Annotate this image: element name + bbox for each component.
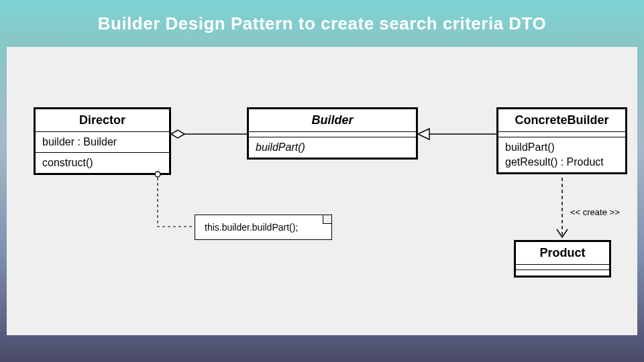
class-concretebuilder: ConcreteBuilder buildPart() getResult() … — [496, 107, 627, 174]
method: getResult() : Product — [505, 155, 619, 170]
empty-section — [249, 132, 416, 137]
dependency-arrow-icon — [557, 229, 568, 237]
class-director: Director builder : Builder construct() — [34, 107, 171, 175]
rel-note-anchor — [158, 178, 195, 227]
page-title: Builder Design Pattern to create search … — [0, 0, 644, 34]
class-builder-methods: buildPart() — [249, 137, 416, 158]
diagram-canvas: Director builder : Builder construct() B… — [7, 47, 637, 335]
class-director-name: Director — [36, 109, 169, 132]
connectors: Product (dashed with open arrow) --> — [7, 47, 637, 335]
attr: builder : Builder — [42, 135, 162, 149]
aggregation-diamond-icon — [171, 130, 184, 138]
class-concrete-name: ConcreteBuilder — [498, 109, 625, 132]
class-director-methods: construct() — [36, 153, 169, 173]
class-product-name: Product — [516, 242, 609, 265]
method: buildPart() — [505, 140, 619, 155]
class-builder-name: Builder — [249, 109, 416, 132]
empty-section — [516, 265, 609, 270]
empty-section — [498, 132, 625, 137]
class-builder: Builder buildPart() — [247, 107, 418, 160]
note-text: this.builder.buildPart(); — [205, 222, 298, 233]
uml-note: this.builder.buildPart(); — [195, 215, 332, 240]
class-concrete-methods: buildPart() getResult() : Product — [498, 137, 625, 172]
empty-section — [516, 270, 609, 276]
class-director-attrs: builder : Builder — [36, 132, 169, 153]
realization-triangle-icon — [418, 129, 429, 139]
method: construct() — [42, 156, 162, 170]
class-product: Product — [514, 240, 611, 278]
method: buildPart() — [256, 140, 409, 155]
stereotype-create: << create >> — [570, 207, 620, 217]
